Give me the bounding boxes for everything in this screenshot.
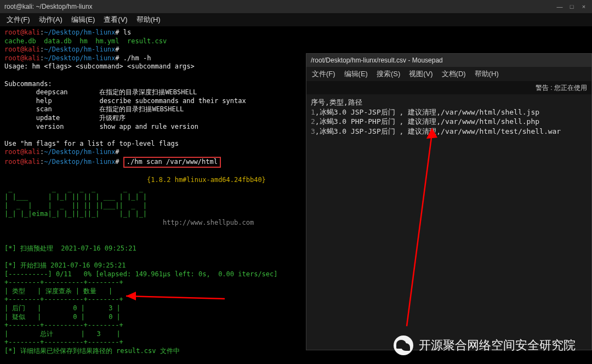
sub-help-name: help — [36, 97, 52, 105]
banner-url: http://www.shellpub.com — [163, 219, 254, 226]
sub-update-desc: 升级程序 — [99, 114, 126, 122]
mp-menu-help[interactable]: 帮助(H) — [475, 69, 499, 79]
scan-preprocess-line: [*] 扫描预处理 2021-07-16 09:25:21 — [4, 244, 136, 252]
watermark: 开源聚合网络空间安全研究院 — [394, 335, 576, 355]
csv-header: 序号,类型,路径 — [311, 98, 362, 106]
mp-menu-doc[interactable]: 文档(D) — [442, 69, 466, 79]
watermark-text: 开源聚合网络空间安全研究院 — [419, 337, 576, 354]
mousepad-menubar: 文件(F) 编辑(E) 搜索(S) 视图(V) 文档(D) 帮助(H) — [306, 67, 591, 81]
saved-line: [*] 详细结果已经保存到结果路径的 result.csv 文件中 — [4, 347, 180, 355]
row-body: ,冰蝎3.0 PHP-PHP后门 , 建议清理,/var/www/html/sh… — [315, 117, 539, 126]
mp-menu-view[interactable]: 视图(V) — [409, 69, 432, 79]
row-num: 1 — [311, 108, 315, 116]
menubar: 文件(F) 动作(A) 编辑(E) 查看(V) 帮助(H) — [0, 13, 592, 26]
sub-version-desc: show app and rule version — [99, 123, 198, 130]
flags-hint: Use "hm flags" for a list of top-level f… — [4, 140, 179, 147]
prompt-hash: # — [115, 29, 119, 36]
menu-edit[interactable]: 编辑(E) — [71, 15, 95, 25]
menu-view[interactable]: 查看(V) — [104, 15, 127, 25]
menu-action[interactable]: 动作(A) — [39, 15, 62, 25]
sub-deepscan-desc: 在指定的目录深度扫描WEBSHELL — [99, 88, 197, 96]
prompt-cwd: ~/Desktop/hm-liunx — [44, 29, 115, 36]
subcommands-heading: Subcommands: — [4, 80, 52, 88]
window-title: root@kali: ~/Desktop/hm-liunx — [4, 3, 93, 10]
wechat-icon — [394, 335, 413, 355]
mp-menu-search[interactable]: 搜索(S) — [377, 69, 400, 79]
mousepad-title: /root/Desktop/hm-liunx/result.csv - Mous… — [311, 56, 443, 64]
mousepad-warning-bar: 警告 : 您正在使用 — [306, 81, 591, 94]
cmd-scan-highlighted: ./hm scan /var/www/html — [123, 157, 221, 168]
mousepad-titlebar[interactable]: /root/Desktop/hm-liunx/result.csv - Mous… — [306, 54, 591, 67]
sub-update-name: update — [36, 114, 60, 122]
menu-help[interactable]: 帮助(H) — [136, 15, 161, 25]
cmd-help: ./hm -h — [123, 54, 151, 62]
row-body: ,冰蝎3.0 JSP-JSP后门 , 建议清理,/var/www/html/te… — [315, 127, 561, 135]
close-icon[interactable]: × — [580, 3, 588, 10]
table-sum: | 总计 | 3 | — [4, 330, 121, 338]
prompt-user: root@kali — [4, 29, 40, 36]
sub-scan-desc: 在指定的目录扫描WEBSHELL — [99, 105, 184, 113]
mousepad-body[interactable]: 序号,类型,路径 1,冰蝎3.0 JSP-JSP后门 , 建议清理,/var/w… — [306, 94, 591, 139]
sub-version-name: version — [36, 123, 64, 130]
table-div: +--------+----------+--------+ — [4, 278, 123, 286]
table-head: | 类型 | 深度查杀 | 数量 | — [4, 287, 112, 295]
titlebar[interactable]: root@kali: ~/Desktop/hm-liunx — □ × — [0, 0, 592, 13]
row-num: 3 — [311, 127, 315, 135]
maximize-icon[interactable]: □ — [568, 3, 576, 10]
scan-start-line: [*] 开始扫描 2021-07-16 09:25:21 — [4, 261, 126, 269]
table-row-1: | 后门 | 0 | 3 | — [4, 304, 121, 312]
minimize-icon[interactable]: — — [556, 3, 563, 10]
sub-help-desc: describe subcommands and their syntax — [99, 97, 246, 105]
usage-line: Usage: hm <flags> <subcommand> <subcomma… — [4, 62, 195, 70]
mp-menu-edit[interactable]: 编辑(E) — [344, 69, 368, 79]
cmd-ls: ls — [123, 29, 131, 36]
ascii-art: _ _ _ _ _ _ _ | |___ | |_| || || | ___ |… — [4, 185, 147, 218]
row-body: ,冰蝎3.0 JSP-JSP后门 , 建议清理,/var/www/html/sh… — [315, 108, 539, 116]
banner-version: {1.8.2 hm#linux-amd64.24fbb40} — [147, 176, 266, 184]
menu-file[interactable]: 文件(F) — [7, 15, 30, 25]
progress-0: [----------] 0/11 0% [elapsed: 149.961µs… — [4, 270, 278, 278]
ls-output: cache.db data.db hm hm.yml result.csv — [4, 37, 167, 45]
mousepad-window[interactable]: /root/Desktop/hm-liunx/result.csv - Mous… — [306, 53, 592, 350]
mp-menu-file[interactable]: 文件(F) — [312, 69, 335, 79]
sub-deepscan-name: deepscan — [36, 88, 68, 96]
sub-scan-name: scan — [36, 105, 52, 113]
row-num: 2 — [311, 117, 315, 126]
table-row-2: | 疑似 | 0 | 0 | — [4, 313, 121, 321]
